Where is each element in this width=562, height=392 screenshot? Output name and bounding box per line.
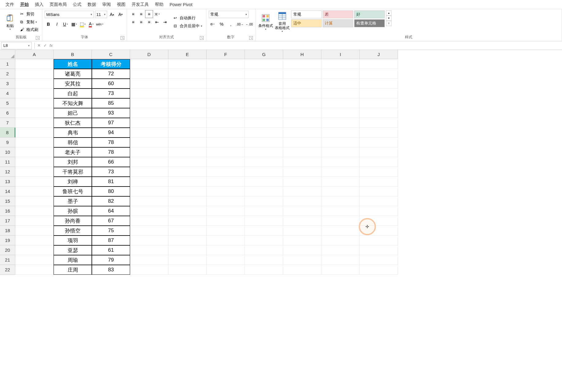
column-header-J[interactable]: J	[360, 50, 398, 59]
cell-C19[interactable]: 87	[92, 236, 130, 245]
cell-A10[interactable]	[15, 147, 54, 157]
cell-I1[interactable]	[321, 59, 360, 69]
format-as-table-button[interactable]: 套用 表格格式 ▾	[275, 10, 290, 33]
cell-B3[interactable]: 安其拉	[54, 79, 92, 89]
row-header-22[interactable]: 22	[0, 265, 15, 275]
cell-I6[interactable]	[321, 108, 360, 118]
cell-J2[interactable]	[360, 69, 398, 79]
cell-C3[interactable]: 60	[92, 79, 130, 89]
row-header-3[interactable]: 3	[0, 79, 15, 89]
menu-item-0[interactable]: 文件	[2, 1, 17, 9]
cell-J3[interactable]	[360, 79, 398, 89]
menu-item-6[interactable]: 审阅	[99, 1, 114, 9]
cell-H12[interactable]	[283, 167, 321, 177]
cell-F13[interactable]	[207, 177, 245, 187]
cell-E8[interactable]	[168, 128, 207, 138]
cell-I5[interactable]	[321, 98, 360, 108]
cell-D1[interactable]	[130, 59, 168, 69]
phonetic-guide-button[interactable]: wén	[96, 21, 103, 28]
cell-E6[interactable]	[168, 108, 207, 118]
cell-F17[interactable]	[207, 216, 245, 226]
cell-B2[interactable]: 诸葛亮	[54, 69, 92, 79]
cell-H4[interactable]	[283, 89, 321, 98]
cell-C6[interactable]: 93	[92, 108, 130, 118]
cell-B1[interactable]: 姓名	[54, 59, 92, 69]
cell-G4[interactable]	[245, 89, 283, 98]
cell-I18[interactable]	[321, 226, 360, 236]
row-header-6[interactable]: 6	[0, 108, 15, 118]
cell-F4[interactable]	[207, 89, 245, 98]
cell-H6[interactable]	[283, 108, 321, 118]
cell-E5[interactable]	[168, 98, 207, 108]
styles-scroll-up[interactable]: ▴	[386, 10, 392, 16]
cell-D4[interactable]	[130, 89, 168, 98]
cell-B20[interactable]: 亚瑟	[54, 245, 92, 255]
menu-item-8[interactable]: 开发工具	[129, 1, 152, 9]
menu-item-7[interactable]: 视图	[114, 1, 129, 9]
underline-button[interactable]: U	[62, 21, 69, 28]
row-header-14[interactable]: 14	[0, 187, 15, 196]
cell-I9[interactable]	[321, 138, 360, 147]
cell-G7[interactable]	[245, 118, 283, 128]
cell-I19[interactable]	[321, 236, 360, 245]
cell-G13[interactable]	[245, 177, 283, 187]
select-all-corner[interactable]	[0, 50, 15, 59]
cell-D13[interactable]	[130, 177, 168, 187]
menu-item-10[interactable]: Power Pivot	[167, 1, 196, 8]
cell-B8[interactable]: 典韦	[54, 128, 92, 138]
cell-J4[interactable]	[360, 89, 398, 98]
cell-H5[interactable]	[283, 98, 321, 108]
font-color-button[interactable]: A	[88, 21, 95, 28]
cell-I22[interactable]	[321, 265, 360, 275]
cell-I10[interactable]	[321, 147, 360, 157]
cell-H2[interactable]	[283, 69, 321, 79]
row-header-12[interactable]: 12	[0, 167, 15, 177]
cell-F12[interactable]	[207, 167, 245, 177]
cell-E12[interactable]	[168, 167, 207, 177]
cell-C10[interactable]: 78	[92, 147, 130, 157]
cell-A22[interactable]	[15, 265, 54, 275]
enter-formula-button[interactable]: ✓	[42, 43, 48, 49]
cell-D19[interactable]	[130, 236, 168, 245]
cell-G6[interactable]	[245, 108, 283, 118]
currency-button[interactable]: ¤	[209, 21, 216, 28]
cell-J8[interactable]	[360, 128, 398, 138]
cell-A20[interactable]	[15, 245, 54, 255]
row-header-4[interactable]: 4	[0, 89, 15, 98]
column-header-H[interactable]: H	[283, 50, 321, 59]
cell-D6[interactable]	[130, 108, 168, 118]
cell-E9[interactable]	[168, 138, 207, 147]
number-format-select[interactable]: 常规 ▾	[209, 11, 249, 18]
cell-F20[interactable]	[207, 245, 245, 255]
cell-B10[interactable]: 老夫子	[54, 147, 92, 157]
cell-E19[interactable]	[168, 236, 207, 245]
cell-I7[interactable]	[321, 118, 360, 128]
cell-J20[interactable]	[360, 245, 398, 255]
cell-C22[interactable]: 83	[92, 265, 130, 275]
cell-G22[interactable]	[245, 265, 283, 275]
cell-H11[interactable]	[283, 157, 321, 167]
cell-E4[interactable]	[168, 89, 207, 98]
cut-button[interactable]: ✂ 剪切	[19, 10, 39, 18]
cell-A1[interactable]	[15, 59, 54, 69]
row-header-9[interactable]: 9	[0, 138, 15, 147]
cell-J13[interactable]	[360, 177, 398, 187]
decrease-indent-button[interactable]: ⇤	[153, 18, 161, 26]
row-header-2[interactable]: 2	[0, 69, 15, 79]
cell-F10[interactable]	[207, 147, 245, 157]
cell-G15[interactable]	[245, 196, 283, 206]
cell-A8[interactable]	[15, 128, 54, 138]
cell-I4[interactable]	[321, 89, 360, 98]
cell-style-normal[interactable]: 常规	[291, 10, 322, 18]
cell-E7[interactable]	[168, 118, 207, 128]
cell-A13[interactable]	[15, 177, 54, 187]
cell-A5[interactable]	[15, 98, 54, 108]
cell-D22[interactable]	[130, 265, 168, 275]
cell-J16[interactable]	[360, 206, 398, 216]
align-left-button[interactable]: ≡	[129, 18, 137, 26]
align-center-button[interactable]: ≡	[137, 18, 145, 26]
cell-I21[interactable]	[321, 255, 360, 265]
cell-A6[interactable]	[15, 108, 54, 118]
italic-button[interactable]: I	[53, 21, 61, 28]
cell-F5[interactable]	[207, 98, 245, 108]
